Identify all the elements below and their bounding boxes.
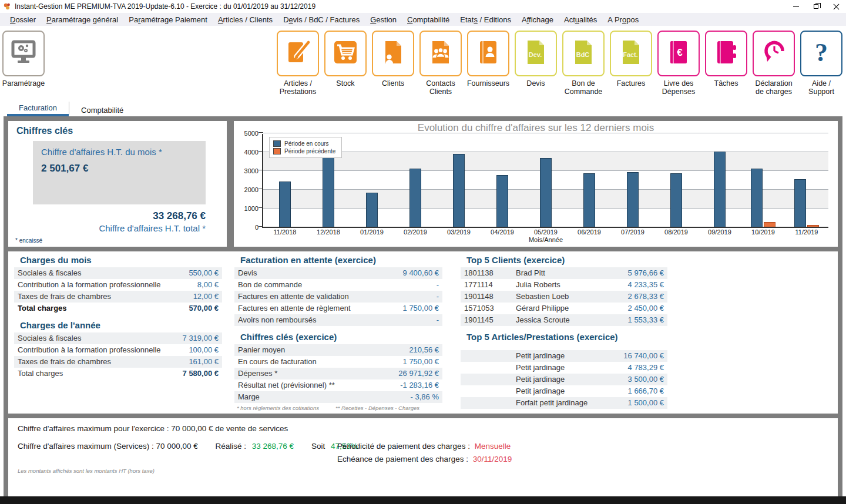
tab-facturation[interactable]: Facturation xyxy=(7,101,69,116)
toolbar-item-devis: Dev.Devis xyxy=(513,31,558,88)
y-tick-label: 2000 xyxy=(235,186,258,193)
toolbar-button-aide-support[interactable]: ? xyxy=(800,31,842,76)
bar-current-6 xyxy=(540,158,552,227)
toolbar-button-parametrage[interactable] xyxy=(2,31,45,76)
cart-icon xyxy=(332,39,359,68)
cell-val: 4 233,35 € xyxy=(628,279,664,291)
toolbar-label-factures: Factures xyxy=(617,79,646,88)
toolbar-label-bon-de-commande: Bon de Commande xyxy=(565,79,603,96)
restore-icon xyxy=(814,4,818,9)
cell-cid xyxy=(464,397,516,409)
tab-comptabilite[interactable]: Comptabilité xyxy=(69,103,135,116)
restore-button[interactable] xyxy=(806,0,826,13)
pending-row: Avoirs non remboursés- xyxy=(234,314,442,326)
toolbar-button-livre-des-depenses[interactable]: € xyxy=(657,31,700,76)
key-exercise-footnotes: * hors réglements des cotisations ** Rec… xyxy=(237,405,455,411)
menu-item-comptabilite[interactable]: Comptabilité xyxy=(402,15,455,24)
bars xyxy=(263,182,307,227)
bars xyxy=(524,158,568,227)
bar-group-11: 10/2019 xyxy=(741,134,785,227)
cell-val: 9 400,60 € xyxy=(403,267,439,279)
cell-lbl: Dépenses * xyxy=(238,368,398,379)
toolbar-button-factures[interactable]: Fact. xyxy=(610,31,652,76)
menu-item-dossier[interactable]: Dossier xyxy=(5,15,41,24)
toolbar-label-articles-prestations: Articles / Prestations xyxy=(280,79,317,96)
bar-current-3 xyxy=(409,169,421,227)
toolbar-button-bon-de-commande[interactable]: BdC xyxy=(562,31,605,76)
x-tick-label: 09/2019 xyxy=(698,229,741,236)
menu-item-parametrage-general[interactable]: Paramétrage général xyxy=(41,15,123,24)
bar-group-5: 04/2019 xyxy=(481,134,524,227)
article-row: Forfait petit jardinage1 500,00 € xyxy=(461,397,667,409)
total-revenue-block: 33 268,76 € Chiffre d'affaires H.T. tota… xyxy=(8,210,206,233)
svg-text:€: € xyxy=(677,47,683,58)
bar-previous-12 xyxy=(807,225,819,227)
cell-val: 1 553,33 € xyxy=(628,314,664,326)
menu-item-articles-clients[interactable]: Articles / Clients xyxy=(213,15,278,24)
toolbar-label-fournisseurs: Fournisseurs xyxy=(467,79,509,88)
toolbar-item-contacts-clients: Contacts Clients xyxy=(418,31,463,96)
cell-val: - xyxy=(437,314,439,326)
client-page-icon xyxy=(380,39,407,68)
toolbar-button-stock[interactable] xyxy=(324,31,367,76)
cell-val: 550,00 € xyxy=(189,267,219,279)
menu-item-etats-editions[interactable]: Etats / Editions xyxy=(455,15,516,24)
toolbar-button-clients[interactable] xyxy=(372,31,414,76)
bar-group-7: 06/2019 xyxy=(568,134,611,227)
bar-group-10: 09/2019 xyxy=(698,134,741,227)
top5-column: Top 5 Clients (exercice) 1801138Brad Pit… xyxy=(455,253,838,414)
cell-lbl: Sociales & fiscales xyxy=(18,332,183,344)
menu-item-parametrage-paiement[interactable]: Paramétrage Paiement xyxy=(123,15,213,24)
toolbar-button-fournisseurs[interactable] xyxy=(467,31,509,76)
cell-val: - xyxy=(437,279,439,291)
max-revenue-line: Chiffre d'affaires maximum pour l'exerci… xyxy=(18,424,288,433)
cell-lbl: Taxes de frais de chambres xyxy=(18,291,193,303)
bars xyxy=(785,179,828,227)
realized-line: Chiffre d'affaires maximum (Services) : … xyxy=(18,442,358,451)
bar-group-6: 05/2019 xyxy=(524,134,568,227)
cell-lbl: Avoirs non remboursés xyxy=(238,314,437,326)
minimize-button[interactable] xyxy=(786,0,806,13)
charge-row: Taxes de frais de chambres161,00 € xyxy=(14,356,222,368)
bar-current-8 xyxy=(627,172,639,227)
menu-item-affichage[interactable]: Affichage xyxy=(516,15,559,24)
toolbar-button-articles-prestations[interactable] xyxy=(277,31,319,76)
pending-row: Factures en attente de validation- xyxy=(234,291,442,303)
top-articles-title: Top 5 Articles/Prestations (exercice) xyxy=(466,332,838,342)
cell-val: 4 783,29 € xyxy=(628,362,664,374)
page-pencil-icon xyxy=(284,39,311,68)
month-revenue-box: Chiffre d'affaires H.T. du mois * 2 501,… xyxy=(33,141,206,204)
charges-month-table: Sociales & fiscales550,00 €Contribution … xyxy=(14,267,222,314)
menu-item-actualites[interactable]: Actualités xyxy=(559,15,602,24)
menu-item-a-propos[interactable]: A Propos xyxy=(602,15,644,24)
y-tick-label: 4000 xyxy=(235,149,258,156)
close-icon xyxy=(833,4,840,10)
cell-val: 1 750,00 € xyxy=(403,303,439,314)
toolbar-label-contacts-clients: Contacts Clients xyxy=(426,79,455,96)
menu-item-gestion[interactable]: Gestion xyxy=(365,15,402,24)
y-tick-label: 5000 xyxy=(235,130,258,137)
close-button[interactable] xyxy=(826,0,846,13)
y-tick xyxy=(258,151,263,152)
toolbar-button-contacts-clients[interactable] xyxy=(419,31,462,76)
realized-value: 33 268,76 € xyxy=(252,442,294,451)
pending-row: Devis9 400,60 € xyxy=(234,267,442,279)
bar-current-0 xyxy=(279,182,291,227)
toolbar-button-declaration-de-charges[interactable] xyxy=(753,31,795,76)
bars xyxy=(394,169,437,227)
bar-previous-11 xyxy=(764,222,776,227)
charge-row: Sociales & fiscales7 319,00 € xyxy=(14,332,222,344)
charge-row: Contribution à la formation professionne… xyxy=(14,279,222,291)
chart-plot-area: 01000200030004000500011/201812/201801/20… xyxy=(262,134,828,228)
toolbar-item-bon-de-commande: BdCBon de Commande xyxy=(561,31,606,96)
menu-item-devis-bdc-factures[interactable]: Devis / BdC / Factures xyxy=(278,15,365,24)
toolbar-button-taches[interactable] xyxy=(705,31,747,76)
x-tick-label: 08/2019 xyxy=(654,229,698,236)
cell-val: 3 500,00 € xyxy=(628,374,664,385)
toolbar-button-devis[interactable]: Dev. xyxy=(515,31,557,76)
legend-item: Période précédente xyxy=(273,148,335,154)
cell-lbl: Taxes de frais de chambres xyxy=(18,356,189,368)
toolbar-item-livre-des-depenses: €Livre des Dépenses xyxy=(656,31,701,96)
due-value: 30/11/2019 xyxy=(473,455,512,463)
bar-group-3: 02/2019 xyxy=(394,134,437,227)
